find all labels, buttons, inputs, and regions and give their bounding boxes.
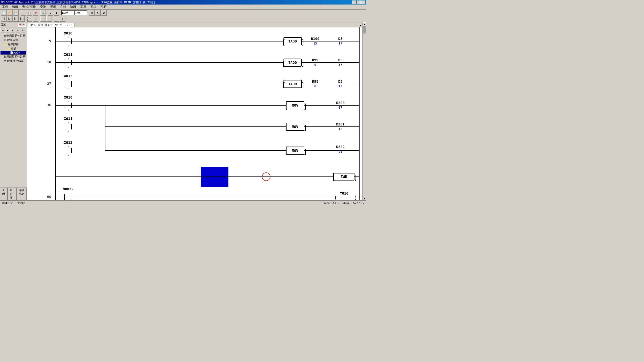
menu-window[interactable]: 窗口: [89, 4, 97, 10]
tb-v-line[interactable]: │: [46, 16, 52, 22]
menu-project[interactable]: 工程: [1, 4, 9, 10]
toolbar1: 📄 📂 💾 ✂ 📋 📌 🔍 ▶ ■ RAM 1ms M S W: [1, 10, 365, 16]
svg-text:↓: ↓: [67, 87, 69, 90]
instr-mov-x012: MOV: [292, 149, 298, 153]
val-d3-r27: 17: [339, 84, 342, 88]
val-d99: 0: [314, 63, 316, 67]
val-d202: 31: [339, 150, 342, 153]
nav-refresh[interactable]: ↻: [16, 28, 20, 32]
svg-text:↓: ↓: [67, 44, 69, 47]
tb-run[interactable]: ▶: [48, 10, 53, 16]
scroll-up-button[interactable]: ▲: [363, 22, 366, 26]
tb-save[interactable]: 💾: [13, 10, 19, 16]
status-label2: 本站: [341, 201, 351, 205]
svg-text:[: [: [282, 38, 286, 46]
tb-cut[interactable]: ✂: [21, 10, 26, 16]
tb-out-coil[interactable]: ─( )─: [27, 16, 32, 22]
content-area: [PRG]监视 执行中 MAIN (... ✕ ▼ 9: [27, 22, 362, 200]
scroll-thumb[interactable]: [363, 26, 366, 33]
tree-area: 🖹 全局软元件注释 🖹 程序设置 📁 程序部件 📁 扫描 📄: [0, 33, 27, 188]
menu-find[interactable]: 查找/替换: [21, 4, 37, 10]
tb-write[interactable]: W: [101, 10, 107, 16]
svg-text:]: ]: [303, 124, 307, 131]
menu-bar: 工程 编辑 查找/替换 变换 显示 在线 诊断 工具 窗口 帮助: [0, 5, 366, 10]
svg-text:]: ]: [303, 103, 307, 110]
restore-button[interactable]: □: [357, 1, 361, 4]
bottom-tabs: 工程 用户库 连接目标: [0, 188, 27, 200]
scroll-down-button[interactable]: ▼: [363, 197, 366, 200]
scan-time-input[interactable]: 1ms: [74, 10, 87, 15]
main-layout: 工程 📌 ✕ ◀ ▶ ▲ ↻ ⚙ 🖹 全局软元件注释 🖹 程序设置: [0, 22, 366, 200]
contact-label-x010-r36: X010: [64, 95, 72, 99]
menu-diagnose[interactable]: 诊断: [69, 4, 77, 10]
tb-no-contact[interactable]: ┤├: [1, 16, 7, 22]
nav-up[interactable]: ▲: [11, 28, 15, 32]
contact-label-m8022: M8022: [63, 187, 73, 191]
tb-pos-edge[interactable]: ┤↑├: [13, 16, 19, 22]
right-scrollbar[interactable]: ▲ ▼: [362, 22, 366, 200]
nav-settings[interactable]: ⚙: [21, 28, 25, 32]
tab-list-button[interactable]: ▼: [358, 24, 362, 27]
scroll-track[interactable]: [363, 26, 366, 197]
close-button[interactable]: ✕: [361, 1, 365, 4]
tab-project[interactable]: 工程: [0, 188, 8, 200]
instr-tadd-r18: TADD: [288, 61, 297, 65]
svg-text:]: ]: [301, 60, 305, 67]
tree-item-scan[interactable]: 📁 扫描: [1, 47, 26, 51]
tb-nc-contact[interactable]: ┤/├: [7, 16, 13, 22]
tb-copy[interactable]: 📋: [27, 10, 32, 16]
param-d3-r27: D3: [338, 79, 343, 83]
panel-close[interactable]: ✕: [22, 23, 26, 27]
ladder-svg: 9 X010 ↑ ↓ [ ] TADD: [27, 27, 362, 200]
ram-selector[interactable]: RAM: [61, 10, 74, 15]
tb-instr[interactable]: [F]: [33, 16, 38, 22]
svg-text:(: (: [334, 195, 337, 200]
content-tab-bar: [PRG]监视 执行中 MAIN (... ✕ ▼: [27, 22, 362, 27]
status-bar: 简体中文 无标签 FX3U/FX3UC 本站 57/73步: [0, 200, 366, 205]
tab-userlib[interactable]: 用户库: [8, 188, 16, 200]
val-d98: 0: [314, 84, 316, 88]
panel-pin[interactable]: 📌: [18, 23, 22, 27]
val-d200-r36: 17: [339, 106, 342, 109]
tb-paste[interactable]: 📌: [33, 10, 38, 16]
tree-item-global-comment[interactable]: 🖹 全局软元件注释: [1, 34, 26, 38]
svg-text:↓: ↓: [67, 66, 69, 68]
toolbar-area: 📄 📂 💾 ✂ 📋 📌 🔍 ▶ ■ RAM 1ms M S W ┤├ ┤/├ ┤…: [0, 10, 366, 22]
tb-monitor-stop[interactable]: S: [95, 10, 101, 16]
tb-delete-v[interactable]: ╎: [60, 16, 65, 22]
nav-forward[interactable]: ▶: [6, 28, 10, 32]
instr-twr: TWR: [341, 174, 347, 178]
param-d100: D100: [311, 37, 319, 41]
tree-item-program-parts[interactable]: 📁 程序部件: [1, 42, 26, 47]
tree-item-device-memory[interactable]: 🗃 软元件存储器: [1, 59, 26, 63]
menu-edit[interactable]: 编辑: [11, 4, 19, 10]
tb-stop[interactable]: ■: [54, 10, 59, 16]
tb-open[interactable]: 📂: [7, 10, 13, 16]
instr-tadd-r27: TADD: [288, 82, 297, 86]
tab-close-icon[interactable]: ✕: [71, 24, 72, 26]
tb-new[interactable]: 📄: [1, 10, 7, 16]
menu-view[interactable]: 显示: [49, 4, 57, 10]
menu-online[interactable]: 在线: [59, 4, 67, 10]
content-tab-prg[interactable]: [PRG]监视 执行中 MAIN (... ✕: [27, 23, 74, 27]
tab-connection[interactable]: 连接目标: [16, 188, 27, 200]
tb-find[interactable]: 🔍: [40, 10, 46, 16]
nav-back[interactable]: ◀: [1, 28, 5, 32]
menu-convert[interactable]: 变换: [39, 4, 47, 10]
val-d3-r18: 17: [339, 63, 342, 67]
svg-text:↑: ↑: [67, 100, 69, 103]
tb-delete-h[interactable]: ╌: [54, 16, 59, 22]
tree-item-local-comment[interactable]: 🖹 局部软元件注释: [1, 55, 26, 59]
rung-number-60: 60: [47, 195, 51, 199]
svg-text:]: ]: [301, 81, 305, 89]
tree-item-program-settings[interactable]: 🖹 程序设置: [1, 38, 26, 42]
tree-item-main[interactable]: 📄 MAIN: [1, 51, 26, 55]
minimize-button[interactable]: ─: [352, 1, 356, 4]
tb-neg-edge[interactable]: ┤↓├: [19, 16, 25, 22]
ladder-area[interactable]: 9 X010 ↑ ↓ [ ] TADD: [27, 27, 362, 200]
tb-h-line[interactable]: ─: [40, 16, 46, 22]
title-controls: ─ □ ✕: [352, 1, 365, 4]
menu-help[interactable]: 帮助: [99, 4, 107, 10]
tb-monitor-start[interactable]: M: [89, 10, 95, 16]
menu-tools[interactable]: 工具: [79, 4, 87, 10]
